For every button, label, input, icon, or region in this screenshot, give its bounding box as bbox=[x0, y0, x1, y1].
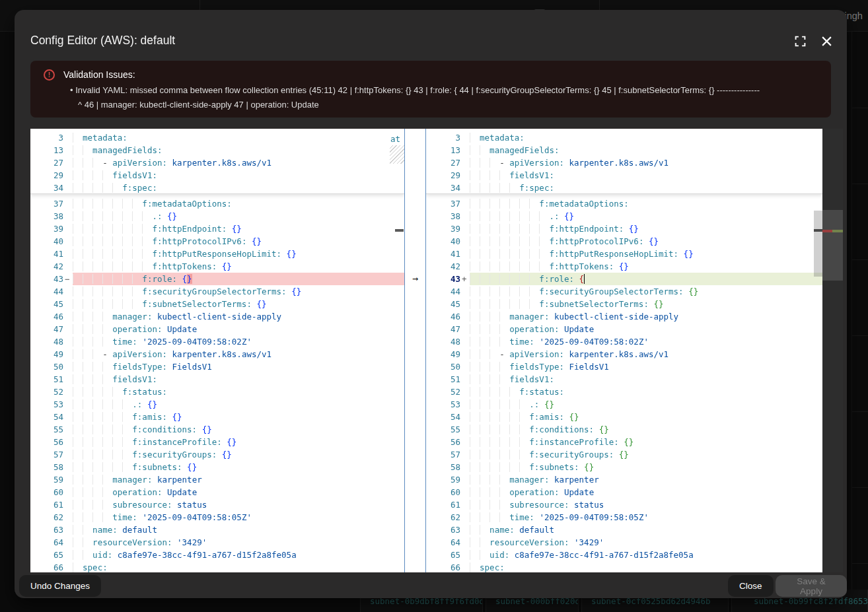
code-line-left-64[interactable]: 64 resourceVersion: '3429' bbox=[30, 536, 404, 549]
code-line-right-64[interactable]: 64 resourceVersion: '3429' bbox=[426, 536, 822, 549]
code-line-right-66[interactable]: 66 spec: bbox=[426, 561, 822, 572]
line-number: 62 bbox=[426, 511, 460, 524]
code-text: f:conditions: {} bbox=[73, 423, 404, 436]
line-number: 39 bbox=[426, 222, 460, 235]
close-modal-button[interactable] bbox=[818, 32, 835, 50]
code-line-right-53[interactable]: 53 .: {} bbox=[426, 398, 822, 411]
code-line-left-49[interactable]: 49 - apiVersion: karpenter.k8s.aws/v1 bbox=[30, 348, 404, 360]
code-line-right-65[interactable]: 65 uid: c8afe97e-38cc-4f91-a767-d15f2a8f… bbox=[426, 549, 822, 561]
code-line-right-56[interactable]: 56 f:instanceProfile: {} bbox=[426, 436, 822, 448]
code-line-left-37[interactable]: 37 f:metadataOptions: bbox=[30, 197, 404, 210]
code-line-right-37[interactable]: 37 f:metadataOptions: bbox=[426, 197, 822, 210]
code-line-left-53[interactable]: 53 .: {} bbox=[30, 398, 404, 411]
code-line-right-46[interactable]: 46 manager: kubectl-client-side-apply bbox=[426, 310, 822, 323]
diff-sign bbox=[63, 156, 73, 169]
row-divider bbox=[852, 487, 868, 488]
code-line-left-43[interactable]: 43− f:role: {} bbox=[30, 273, 404, 285]
code-line-left-60[interactable]: 60 operation: Update bbox=[30, 486, 404, 498]
code-line-left-51[interactable]: 51 fieldsV1: bbox=[30, 373, 404, 386]
code-line-right-42[interactable]: 42 f:httpTokens: {} bbox=[426, 260, 822, 273]
overview-ruler-mark bbox=[814, 229, 822, 232]
code-line-left-sticky-3[interactable]: 3 metadata: bbox=[30, 131, 404, 144]
code-line-right-38[interactable]: 38 .: {} bbox=[426, 210, 822, 222]
code-line-right-45[interactable]: 45 f:subnetSelectorTerms: {} bbox=[426, 298, 822, 310]
code-line-right-48[interactable]: 48 time: '2025-09-04T09:58:02Z' bbox=[426, 335, 822, 348]
code-line-left-65[interactable]: 65 uid: c8afe97e-38cc-4f91-a767-d15f2a8f… bbox=[30, 549, 404, 561]
diff-sign bbox=[63, 561, 73, 572]
undo-changes-button[interactable]: Undo Changes bbox=[19, 575, 101, 597]
code-line-right-sticky-13[interactable]: 13 managedFields: bbox=[426, 144, 822, 156]
code-line-right-51[interactable]: 51 fieldsV1: bbox=[426, 373, 822, 386]
code-line-left-66[interactable]: 66 spec: bbox=[30, 561, 404, 572]
code-line-left-48[interactable]: 48 time: '2025-09-04T09:58:02Z' bbox=[30, 335, 404, 348]
code-line-left-59[interactable]: 59 manager: karpenter bbox=[30, 473, 404, 486]
code-line-left-38[interactable]: 38 .: {} bbox=[30, 210, 404, 222]
code-text: fieldsV1: bbox=[73, 169, 404, 182]
diff-sign bbox=[460, 260, 470, 273]
code-line-left-61[interactable]: 61 subresource: status bbox=[30, 498, 404, 511]
code-line-right-sticky-29[interactable]: 29 fieldsV1: bbox=[426, 169, 822, 182]
code-line-right-44[interactable]: 44 f:securityGroupSelectorTerms: {} bbox=[426, 285, 822, 298]
code-text: time: '2025-09-04T09:58:02Z' bbox=[73, 335, 404, 348]
code-line-left-62[interactable]: 62 time: '2025-09-04T09:58:05Z' bbox=[30, 511, 404, 524]
code-line-left-52[interactable]: 52 f:status: bbox=[30, 386, 404, 398]
code-line-right-57[interactable]: 57 f:securityGroups: {} bbox=[426, 448, 822, 461]
code-line-left-sticky-34[interactable]: 34 f:spec: bbox=[30, 182, 404, 194]
diff-sign: − bbox=[63, 273, 73, 285]
code-line-right-61[interactable]: 61 subresource: status bbox=[426, 498, 822, 511]
code-line-right-52[interactable]: 52 f:status: bbox=[426, 386, 822, 398]
diff-sign bbox=[63, 144, 73, 156]
minimap-slider[interactable] bbox=[822, 210, 843, 281]
code-line-right-54[interactable]: 54 f:amis: {} bbox=[426, 411, 822, 423]
code-line-right-62[interactable]: 62 time: '2025-09-04T09:58:05Z' bbox=[426, 511, 822, 524]
code-line-left-54[interactable]: 54 f:amis: {} bbox=[30, 411, 404, 423]
vertical-scrollbar[interactable] bbox=[814, 211, 822, 277]
line-number: 58 bbox=[426, 461, 460, 473]
code-line-right-50[interactable]: 50 fieldsType: FieldsV1 bbox=[426, 360, 822, 373]
close-button[interactable]: Close bbox=[728, 575, 774, 597]
code-line-left-sticky-13[interactable]: 13 managedFields: bbox=[30, 144, 404, 156]
code-line-left-46[interactable]: 46 manager: kubectl-client-side-apply bbox=[30, 310, 404, 323]
code-text: f:spec: bbox=[73, 182, 404, 194]
line-number: 59 bbox=[30, 473, 63, 486]
code-line-right-58[interactable]: 58 f:subnets: {} bbox=[426, 461, 822, 473]
code-line-left-39[interactable]: 39 f:httpEndpoint: {} bbox=[30, 222, 404, 235]
code-line-right-47[interactable]: 47 operation: Update bbox=[426, 323, 822, 335]
code-line-right-39[interactable]: 39 f:httpEndpoint: {} bbox=[426, 222, 822, 235]
code-line-right-41[interactable]: 41 f:httpPutResponseHopLimit: {} bbox=[426, 248, 822, 260]
code-line-left-47[interactable]: 47 operation: Update bbox=[30, 323, 404, 335]
code-line-left-40[interactable]: 40 f:httpProtocolIPv6: {} bbox=[30, 235, 404, 248]
code-line-right-40[interactable]: 40 f:httpProtocolIPv6: {} bbox=[426, 235, 822, 248]
code-line-left-45[interactable]: 45 f:subnetSelectorTerms: {} bbox=[30, 298, 404, 310]
code-line-right-sticky-3[interactable]: 3 metadata: bbox=[426, 131, 822, 144]
code-line-right-sticky-34[interactable]: 34 f:spec: bbox=[426, 182, 822, 194]
diff-sign bbox=[460, 461, 470, 473]
code-line-left-55[interactable]: 55 f:conditions: {} bbox=[30, 423, 404, 436]
code-line-right-sticky-27[interactable]: 27 - apiVersion: karpenter.k8s.aws/v1 bbox=[426, 156, 822, 169]
code-line-left-58[interactable]: 58 f:subnets: {} bbox=[30, 461, 404, 473]
code-line-right-60[interactable]: 60 operation: Update bbox=[426, 486, 822, 498]
code-line-left-sticky-27[interactable]: 27 - apiVersion: karpenter.k8s.aws/v1 bbox=[30, 156, 404, 169]
diff-sign bbox=[460, 386, 470, 398]
fullscreen-button[interactable] bbox=[791, 32, 809, 50]
code-text: time: '2025-09-04T09:58:02Z' bbox=[470, 335, 822, 348]
code-line-left-41[interactable]: 41 f:httpPutResponseHopLimit: {} bbox=[30, 248, 404, 260]
save-apply-button[interactable]: Save & Apply bbox=[776, 575, 847, 597]
code-text: .: {} bbox=[470, 398, 822, 411]
code-text: .: {} bbox=[73, 210, 404, 222]
line-number: 45 bbox=[426, 298, 460, 310]
code-line-left-42[interactable]: 42 f:httpTokens: {} bbox=[30, 260, 404, 273]
code-line-right-63[interactable]: 63 name: default bbox=[426, 524, 822, 536]
code-line-left-50[interactable]: 50 fieldsType: FieldsV1 bbox=[30, 360, 404, 373]
code-line-right-55[interactable]: 55 f:conditions: {} bbox=[426, 423, 822, 436]
code-line-right-49[interactable]: 49 - apiVersion: karpenter.k8s.aws/v1 bbox=[426, 348, 822, 360]
code-line-left-44[interactable]: 44 f:securityGroupSelectorTerms: {} bbox=[30, 285, 404, 298]
code-line-left-sticky-29[interactable]: 29 fieldsV1: bbox=[30, 169, 404, 182]
code-line-left-57[interactable]: 57 f:securityGroups: {} bbox=[30, 448, 404, 461]
diff-sign bbox=[460, 197, 470, 210]
code-line-left-63[interactable]: 63 name: default bbox=[30, 524, 404, 536]
code-line-left-56[interactable]: 56 f:instanceProfile: {} bbox=[30, 436, 404, 448]
diff-arrow-icon[interactable]: → bbox=[405, 273, 425, 285]
code-line-right-43[interactable]: 43+ f:role: { bbox=[426, 273, 822, 285]
code-line-right-59[interactable]: 59 manager: karpenter bbox=[426, 473, 822, 486]
